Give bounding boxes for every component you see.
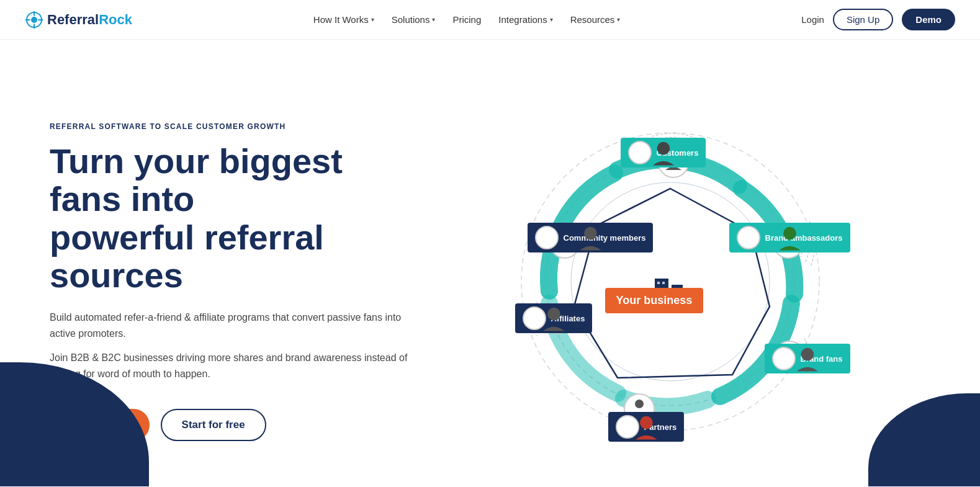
svg-rect-11 [657, 282, 660, 284]
node-brand-ambassadors: Brand ambassadors [729, 223, 850, 252]
nav-how-it-works[interactable]: How It Works ▾ [313, 14, 374, 25]
node-community: Community members [528, 223, 654, 252]
hero-description-1: Build automated refer-a-friend & affilia… [50, 310, 410, 341]
logo-rock-text: Rock [99, 12, 132, 27]
node-your-business: Your business [605, 288, 704, 313]
node-partners: Partners [608, 412, 685, 442]
start-free-button[interactable]: Start for free [161, 409, 266, 441]
svg-point-5 [40, 19, 43, 21]
avatar-affiliates [523, 306, 546, 330]
svg-point-2 [33, 11, 35, 14]
avatar-customers [628, 141, 652, 164]
chevron-down-icon: ▾ [617, 16, 620, 23]
login-button[interactable]: Login [801, 14, 824, 25]
hero-diagram: Customers Community members [410, 96, 930, 468]
logo[interactable]: ReferralRock [25, 11, 132, 29]
nav-resources[interactable]: Resources ▾ [570, 14, 621, 25]
hero-description-2: Join B2B & B2C businesses driving more s… [50, 350, 410, 382]
svg-point-1 [31, 17, 37, 23]
nav-actions: Login Sign Up Demo [801, 9, 955, 30]
avatar-brand-fans [772, 347, 796, 370]
chevron-down-icon: ▾ [371, 16, 374, 23]
logo-referral-text: Referral [47, 12, 99, 27]
referral-diagram: Customers Community members [509, 120, 832, 443]
svg-rect-12 [662, 282, 665, 284]
chevron-down-icon: ▾ [550, 16, 553, 23]
nav-pricing[interactable]: Pricing [452, 14, 481, 25]
avatar-partners [616, 415, 639, 439]
nav-links: How It Works ▾ Solutions ▾ Pricing Integ… [313, 14, 621, 25]
nav-integrations[interactable]: Integrations ▾ [498, 14, 552, 25]
navbar: ReferralRock How It Works ▾ Solutions ▾ … [0, 0, 980, 40]
avatar-brand-ambassadors [737, 226, 760, 249]
hero-section: REFERRAL SOFTWARE TO SCALE CUSTOMER GROW… [0, 40, 980, 486]
node-brand-fans: Brand fans [765, 344, 850, 373]
node-customers: Customers [621, 138, 706, 168]
logo-icon [25, 11, 43, 29]
hero-tagline: REFERRAL SOFTWARE TO SCALE CUSTOMER GROW… [50, 122, 410, 131]
demo-button[interactable]: Demo [902, 9, 955, 30]
svg-point-4 [25, 19, 28, 21]
avatar-community [535, 226, 559, 249]
hero-title: Turn your biggest fans into powerful ref… [50, 142, 410, 295]
node-affiliates: Affiliates [515, 303, 593, 333]
nav-solutions[interactable]: Solutions ▾ [392, 14, 436, 25]
diagram-svg [509, 120, 832, 443]
signup-button[interactable]: Sign Up [833, 9, 893, 30]
svg-point-3 [33, 26, 35, 29]
chevron-down-icon: ▾ [432, 16, 435, 23]
svg-point-30 [635, 400, 644, 408]
